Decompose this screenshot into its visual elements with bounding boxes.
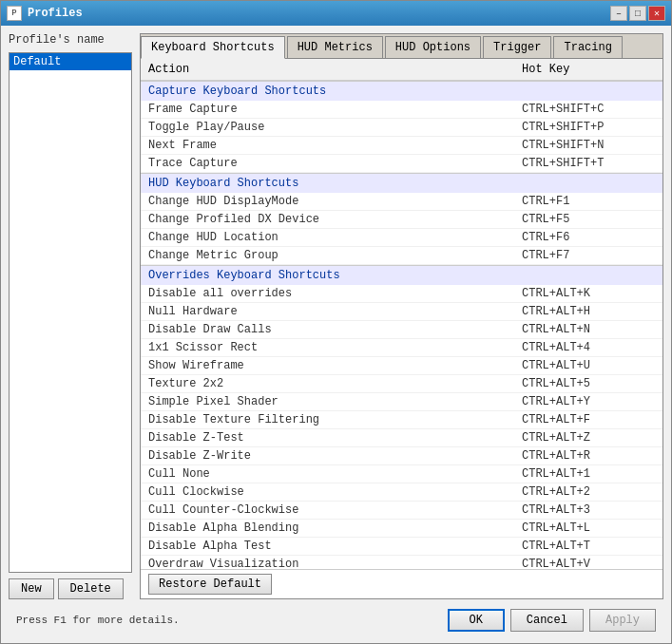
window-icon: P: [7, 6, 22, 21]
table-row: 1x1 Scissor Rect CTRL+ALT+4: [141, 339, 662, 357]
table-row: Disable Z-Write CTRL+ALT+R: [141, 447, 662, 465]
table-row: Next Frame CTRL+SHIFT+N: [141, 137, 662, 155]
table-header: Action Hot Key: [141, 59, 662, 81]
table-row: Disable all overrides CTRL+ALT+K: [141, 285, 662, 303]
window-title: Profiles: [28, 7, 83, 20]
left-buttons: New Delete: [9, 578, 132, 599]
minimize-button[interactable]: –: [610, 6, 627, 21]
tab-trigger[interactable]: Trigger: [483, 36, 551, 58]
table-row: Texture 2x2 CTRL+ALT+5: [141, 375, 662, 393]
table-row: Frame Capture CTRL+SHIFT+C: [141, 101, 662, 119]
tab-content: Action Hot Key Capture Keyboard Shortcut…: [141, 59, 662, 598]
apply-button[interactable]: Apply: [589, 609, 656, 632]
profile-item-default[interactable]: Default: [10, 53, 131, 70]
profile-list[interactable]: Default: [9, 52, 132, 573]
table-row: Cull Counter-Clockwise CTRL+ALT+3: [141, 502, 662, 520]
table-row: Change Metric Group CTRL+F7: [141, 247, 662, 265]
table-row: Disable Z-Test CTRL+ALT+Z: [141, 429, 662, 447]
table-row: Null Hardware CTRL+ALT+H: [141, 303, 662, 321]
bottom-bar: Restore Default: [141, 569, 662, 598]
restore-default-button[interactable]: Restore Default: [148, 574, 272, 595]
dialog-bottom: Press F1 for more details. OK Cancel App…: [9, 605, 663, 635]
profile-label: Profile's name: [9, 33, 132, 47]
delete-button[interactable]: Delete: [58, 578, 124, 599]
table-row: Simple Pixel Shader CTRL+ALT+Y: [141, 393, 662, 411]
table-row: Overdraw Visualization CTRL+ALT+V: [141, 556, 662, 569]
main-window: P Profiles – □ ✕ Profile's name Default …: [0, 0, 672, 644]
table-row: Cull None CTRL+ALT+1: [141, 465, 662, 483]
new-button[interactable]: New: [9, 578, 54, 599]
maximize-button[interactable]: □: [629, 6, 646, 21]
table-row: Disable Texture Filtering CTRL+ALT+F: [141, 411, 662, 429]
table-row: Disable Alpha Test CTRL+ALT+T: [141, 538, 662, 556]
table-row: Change HUD DisplayMode CTRL+F1: [141, 193, 662, 211]
tab-hud-options[interactable]: HUD Options: [385, 36, 481, 58]
tab-hud-metrics[interactable]: HUD Metrics: [287, 36, 383, 58]
ok-button[interactable]: OK: [448, 609, 505, 632]
table-row: Disable Alpha Blending CTRL+ALT+L: [141, 520, 662, 538]
table-row: Disable Draw Calls CTRL+ALT+N: [141, 321, 662, 339]
close-button[interactable]: ✕: [648, 6, 665, 21]
tab-tracing[interactable]: Tracing: [553, 36, 622, 58]
status-text: Press F1 for more details.: [16, 615, 180, 626]
cancel-button[interactable]: Cancel: [510, 609, 584, 632]
window-body: Profile's name Default New Delete Keyboa…: [1, 26, 671, 643]
col-header-action: Action: [148, 63, 522, 76]
tab-keyboard-shortcuts[interactable]: Keyboard Shortcuts: [141, 36, 285, 59]
section-header-capture: Capture Keyboard Shortcuts: [141, 81, 662, 101]
dialog-buttons: OK Cancel Apply: [448, 609, 656, 632]
section-header-hud: HUD Keyboard Shortcuts: [141, 173, 662, 193]
title-bar-left: P Profiles: [7, 6, 83, 21]
title-bar-controls: – □ ✕: [610, 6, 665, 21]
table-row: Show Wireframe CTRL+ALT+U: [141, 357, 662, 375]
table-row: Trace Capture CTRL+SHIFT+T: [141, 155, 662, 173]
tab-bar: Keyboard Shortcuts HUD Metrics HUD Optio…: [141, 34, 662, 59]
main-content: Profile's name Default New Delete Keyboa…: [9, 33, 663, 599]
table-row: Toggle Play/Pause CTRL+SHIFT+P: [141, 119, 662, 137]
section-header-overrides: Overrides Keyboard Shortcuts: [141, 265, 662, 285]
col-header-hotkey: Hot Key: [522, 63, 655, 76]
table-row: Cull Clockwise CTRL+ALT+2: [141, 483, 662, 502]
table-body[interactable]: Capture Keyboard Shortcuts Frame Capture…: [141, 81, 662, 569]
left-panel: Profile's name Default New Delete: [9, 33, 132, 599]
title-bar: P Profiles – □ ✕: [1, 1, 671, 26]
table-row: Change Profiled DX Device CTRL+F5: [141, 211, 662, 229]
table-row: Change HUD Location CTRL+F6: [141, 229, 662, 247]
right-panel: Keyboard Shortcuts HUD Metrics HUD Optio…: [140, 33, 663, 599]
